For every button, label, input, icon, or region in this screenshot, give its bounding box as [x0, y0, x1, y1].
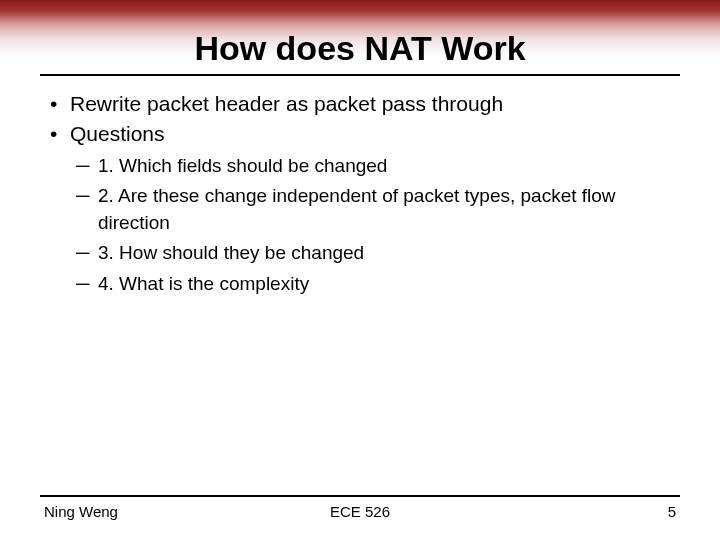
bullet-text: Rewrite packet header as packet pass thr… [70, 90, 672, 118]
slide-title: How does NAT Work [194, 29, 525, 68]
bullet-level1: • Rewrite packet header as packet pass t… [48, 90, 672, 118]
footer: Ning Weng ECE 526 5 [0, 497, 720, 540]
bullet-text: 4. What is the complexity [98, 271, 672, 298]
bullet-dot-icon: • [48, 90, 70, 118]
bullet-dash-icon: ─ [76, 153, 98, 180]
footer-author: Ning Weng [44, 503, 255, 520]
bullet-dot-icon: • [48, 120, 70, 148]
bullet-level1: • Questions [48, 120, 672, 148]
bullet-dash-icon: ─ [76, 271, 98, 298]
footer-course: ECE 526 [255, 503, 466, 520]
bullet-text: 3. How should they be changed [98, 240, 672, 267]
page-number: 5 [465, 503, 676, 520]
bullet-level2: ─ 3. How should they be changed [76, 240, 672, 267]
bullet-text: 1. Which fields should be changed [98, 153, 672, 180]
content-area: • Rewrite packet header as packet pass t… [0, 76, 720, 495]
bullet-level2: ─ 4. What is the complexity [76, 271, 672, 298]
bullet-text: 2. Are these change independent of packe… [98, 183, 672, 236]
bullet-level2: ─ 1. Which fields should be changed [76, 153, 672, 180]
slide: How does NAT Work • Rewrite packet heade… [0, 0, 720, 540]
bullet-level2: ─ 2. Are these change independent of pac… [76, 183, 672, 236]
bullet-dash-icon: ─ [76, 240, 98, 267]
bullet-dash-icon: ─ [76, 183, 98, 210]
bullet-text: Questions [70, 120, 672, 148]
header-band: How does NAT Work [0, 0, 720, 70]
